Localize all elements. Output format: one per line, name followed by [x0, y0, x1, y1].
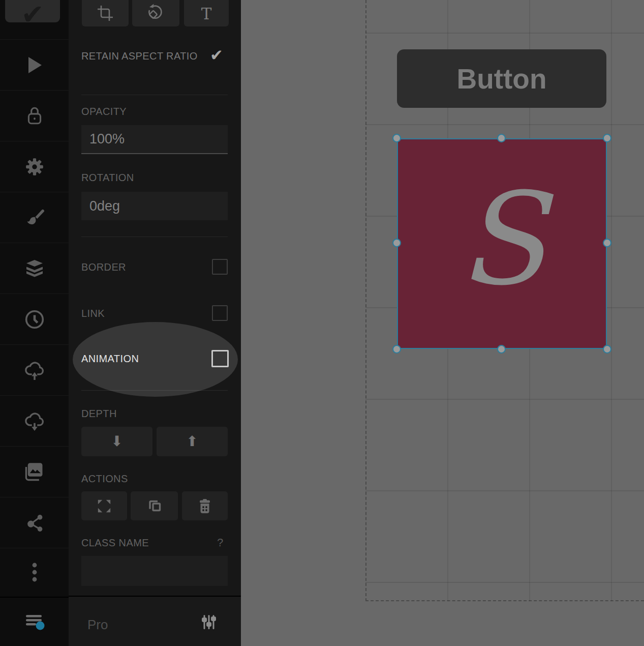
sidebar-item-media[interactable] — [0, 446, 69, 497]
fullscreen-button[interactable] — [81, 491, 127, 520]
cloud-download-icon — [23, 410, 46, 432]
sidebar-item-confirm: ✔ — [0, 0, 69, 39]
animation-checkbox[interactable] — [211, 350, 229, 367]
link-checkbox[interactable] — [212, 305, 228, 321]
sidebar-item-lock[interactable] — [0, 90, 69, 141]
resize-handle-bottom-middle[interactable] — [497, 345, 506, 354]
gear-icon — [24, 156, 45, 178]
trash-icon — [197, 497, 212, 515]
duplicate-button[interactable] — [131, 491, 178, 520]
actions-label: ACTIONS — [81, 473, 128, 485]
check-icon: ✔ — [21, 3, 44, 22]
resize-handle-bottom-right[interactable] — [603, 345, 611, 354]
clock-icon — [24, 309, 45, 330]
sidebar-item-download[interactable] — [0, 395, 69, 446]
arrow-down-icon: ⬇ — [111, 434, 122, 449]
pro-label: Pro — [87, 617, 108, 633]
resize-handle-middle-left[interactable] — [392, 239, 401, 247]
depth-label: DEPTH — [81, 408, 117, 420]
opacity-label: OPACITY — [81, 106, 127, 118]
class-name-help[interactable]: ? — [217, 536, 223, 549]
properties-panel: T RETAIN ASPECT RATIO ✔ OPACITY ROTATION… — [69, 0, 241, 646]
sidebar-item-more[interactable] — [0, 548, 69, 597]
brush-icon — [24, 207, 45, 228]
share-icon — [24, 513, 45, 533]
confirm-button[interactable]: ✔ — [5, 0, 60, 22]
border-checkbox[interactable] — [212, 259, 228, 275]
advanced-settings-button[interactable] — [200, 613, 218, 633]
image-icon — [24, 462, 45, 482]
resize-handle-top-right[interactable] — [603, 134, 611, 142]
sidebar-item-preview[interactable] — [0, 39, 69, 90]
opacity-input[interactable] — [81, 125, 228, 154]
arrow-up-icon: ⬆ — [186, 434, 198, 449]
menu-notification-icon[interactable] — [23, 611, 46, 633]
sidebar-item-style[interactable] — [0, 192, 69, 243]
app-window: ✔ — [0, 0, 644, 646]
class-name-label: CLASS NAME — [81, 537, 149, 549]
expand-icon — [97, 498, 112, 514]
play-icon — [25, 55, 44, 75]
sidebar-item-share[interactable] — [0, 497, 69, 548]
retain-aspect-ratio-label: RETAIN ASPECT RATIO — [81, 50, 198, 62]
editor-canvas: Button S — [241, 0, 644, 646]
rotate-icon — [146, 3, 166, 22]
rotation-input[interactable] — [81, 192, 228, 220]
class-name-input[interactable] — [81, 556, 228, 586]
crop-icon — [97, 5, 114, 22]
panel-footer: Pro — [69, 596, 241, 646]
rotation-label: ROTATION — [81, 172, 134, 184]
delete-button[interactable] — [182, 491, 228, 520]
resize-handle-middle-right[interactable] — [603, 239, 611, 247]
cloud-upload-icon — [23, 360, 46, 381]
resize-handle-bottom-left[interactable] — [392, 345, 401, 354]
animation-label: ANIMATION — [81, 353, 139, 365]
selected-shape-element[interactable]: S — [397, 138, 607, 349]
text-tool-button[interactable]: T — [184, 0, 229, 26]
rotate-button[interactable] — [132, 0, 179, 26]
divider — [81, 390, 228, 391]
link-label: LINK — [81, 308, 105, 319]
canvas-button-element[interactable]: Button — [397, 49, 606, 108]
sliders-icon — [200, 613, 218, 631]
sidebar-item-layers[interactable] — [0, 243, 69, 293]
resize-handle-top-left[interactable] — [392, 134, 401, 142]
sidebar-item-settings[interactable] — [0, 141, 69, 192]
lock-icon — [25, 105, 44, 127]
layers-icon — [24, 258, 45, 279]
divider — [81, 237, 228, 237]
depth-up-button[interactable]: ⬆ — [157, 427, 228, 456]
shape-letter: S — [458, 176, 545, 303]
sidebar-item-history[interactable] — [0, 293, 69, 344]
sidebar-item-upload[interactable] — [0, 344, 69, 395]
duplicate-icon — [146, 498, 163, 514]
resize-handle-top-middle[interactable] — [497, 134, 506, 142]
sidebar-footer — [0, 597, 69, 646]
crop-button[interactable] — [82, 0, 129, 26]
text-tool-icon: T — [201, 6, 212, 22]
canvas-button-label: Button — [456, 63, 546, 95]
retain-aspect-ratio-check-icon[interactable]: ✔ — [210, 46, 223, 64]
more-dots-icon — [32, 563, 37, 583]
border-label: BORDER — [81, 261, 126, 273]
tool-sidebar: ✔ — [0, 0, 69, 646]
divider — [81, 95, 228, 95]
depth-down-button[interactable]: ⬇ — [81, 427, 152, 456]
